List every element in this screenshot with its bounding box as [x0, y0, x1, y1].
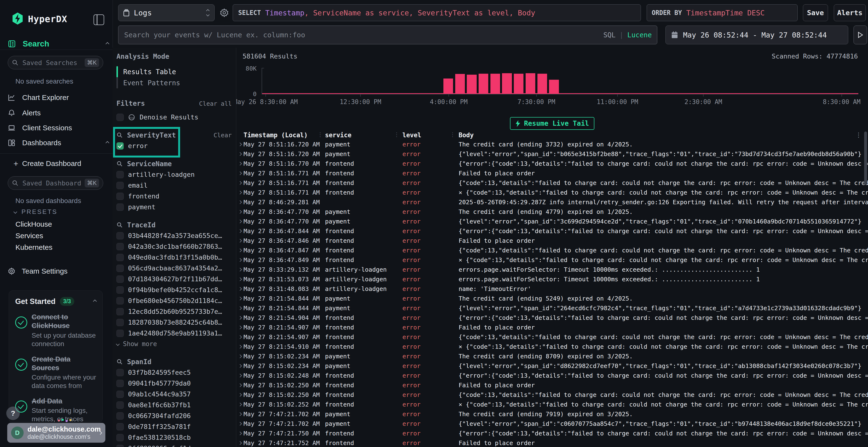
row-expander[interactable] — [236, 326, 244, 329]
query-language-toggle[interactable]: SQL | Lucene — [603, 31, 652, 39]
checkbox[interactable] — [117, 193, 124, 200]
sidebar-item-team-settings[interactable]: Team Settings — [8, 266, 67, 276]
row-expander[interactable] — [236, 413, 244, 415]
table-row[interactable]: May 27 8:36:47.770 AMpaymenterrorThe cre… — [236, 207, 868, 216]
table-row[interactable]: May 27 8:21:54.844 AMpaymenterrorThe cre… — [236, 294, 868, 303]
filter-item-spanid[interactable]: 03f7b824595feec5 — [117, 367, 232, 378]
row-expander[interactable] — [236, 297, 244, 300]
filter-item-severity[interactable]: error — [117, 140, 232, 151]
filter-item-traceid[interactable]: 042a30c3dc1baf660b27863… — [117, 241, 232, 252]
filter-item-spanid[interactable]: 0c0667304fafd206 — [117, 410, 232, 421]
tab-results-table[interactable]: Results Table — [117, 66, 232, 77]
search-icon[interactable] — [117, 132, 123, 138]
filter-item-traceid[interactable]: 056cd9acbaac8637a4354a2… — [117, 263, 232, 274]
row-expander[interactable] — [236, 432, 244, 435]
chevron-up-icon[interactable] — [105, 42, 110, 46]
column-resize-handle[interactable]: ⋮ — [394, 131, 399, 138]
checkbox[interactable] — [117, 171, 124, 178]
chart-bar[interactable] — [443, 78, 453, 94]
checkbox[interactable] — [117, 286, 124, 294]
get-started-item[interactable]: Connect to ClickHouseSet up your databas… — [15, 313, 96, 348]
checkbox[interactable] — [117, 319, 124, 326]
chart-bar[interactable] — [455, 74, 465, 94]
clear-severity-button[interactable]: Clear — [214, 132, 232, 139]
filter-item-traceid[interactable]: 12ec8dd52b60b9525733b7e… — [117, 306, 232, 317]
filter-item-service[interactable]: email — [117, 180, 232, 191]
row-expander[interactable] — [236, 442, 244, 444]
table-row[interactable]: May 27 8:15:02.248 AMfrontenderror{"erro… — [236, 371, 868, 380]
search-input[interactable] — [124, 31, 598, 39]
checkbox[interactable] — [117, 308, 124, 315]
filter-item-traceid[interactable]: 18287038b73e882425c64b8… — [117, 317, 232, 328]
table-row[interactable]: May 27 8:51:16.771 AMfrontenderror{"code… — [236, 178, 868, 187]
denoise-results-toggle[interactable]: Denoise Results — [117, 112, 232, 123]
checkbox[interactable] — [117, 114, 124, 121]
saved-dashboards-search[interactable]: ⌘K — [8, 176, 103, 190]
preset-kubernetes[interactable]: Kubernetes — [16, 243, 52, 251]
saved-dashboards-input[interactable] — [22, 179, 81, 187]
table-row[interactable]: May 27 8:51:16.720 AMpaymenterror{"level… — [236, 149, 868, 159]
filter-item-spanid[interactable]: 09ab1c4544c9a357 — [117, 389, 232, 400]
resume-live-tail-button[interactable]: Resume Live Tail — [510, 117, 594, 130]
user-menu[interactable]: D dale@clickhouse.com dale@clickhouse.co… — [7, 423, 105, 443]
row-expander[interactable] — [236, 268, 244, 271]
filter-item-spanid[interactable]: 09041fb457779da0 — [117, 378, 232, 389]
orderby-input[interactable]: ORDER BY TimestampTime DESC — [647, 4, 798, 21]
show-more-traceid[interactable]: Show more — [117, 339, 232, 349]
column-resize-handle[interactable]: ⋮ — [450, 131, 455, 138]
table-row[interactable]: May 27 8:15:02.250 AMfrontenderror{"code… — [236, 390, 868, 400]
help-button[interactable]: ? — [6, 407, 20, 420]
checkbox[interactable] — [117, 204, 124, 211]
sidebar-collapse-icon[interactable] — [94, 14, 104, 25]
chart-bar[interactable] — [467, 75, 476, 94]
chevron-up-icon[interactable] — [105, 141, 110, 145]
row-expander[interactable] — [236, 278, 244, 281]
select-clause-input[interactable]: SELECT Timestamp , ServiceName as servic… — [233, 4, 641, 21]
checkbox[interactable] — [117, 402, 124, 409]
chart-bar[interactable] — [549, 80, 559, 94]
row-expander[interactable] — [236, 393, 244, 396]
table-row[interactable]: May 27 8:31:48.083 AMartillery-loadgener… — [236, 284, 868, 294]
preset-services[interactable]: Services — [16, 232, 43, 240]
row-expander[interactable] — [236, 287, 244, 290]
filter-item-traceid[interactable]: 1ae42480d758e9ab91193a1… — [117, 328, 232, 339]
table-row[interactable]: May 27 8:36:47.770 AMpaymenterror{"level… — [236, 216, 868, 226]
table-options-icon[interactable]: ⋮ — [856, 131, 862, 138]
filter-item-service[interactable]: artillery-loadgen — [117, 169, 232, 180]
source-settings-button[interactable] — [218, 7, 230, 19]
row-expander[interactable] — [236, 230, 244, 232]
source-select[interactable]: Logs — [118, 4, 215, 21]
filter-item-traceid[interactable]: 0fbe680eb456750b2d1184c… — [117, 295, 232, 306]
table-row[interactable]: May 27 8:21:54.904 AMfrontenderror{"erro… — [236, 313, 868, 322]
table-row[interactable]: May 27 7:47:21.750 AMfrontenderror{"erro… — [236, 428, 868, 438]
chart-bar[interactable] — [502, 73, 512, 94]
clear-all-filters-button[interactable]: Clear all — [199, 100, 232, 107]
checkbox[interactable] — [117, 445, 124, 447]
checkbox[interactable] — [117, 232, 124, 239]
table-row[interactable]: May 27 8:36:47.849 AMfrontenderror× {"co… — [236, 255, 868, 265]
row-expander[interactable] — [236, 259, 244, 261]
table-row[interactable]: May 27 8:21:54.910 AMfrontenderror× {"co… — [236, 342, 868, 351]
table-row[interactable]: May 27 7:47:21.702 AMpaymenterror{"level… — [236, 419, 868, 428]
filter-item-traceid[interactable]: 03b44828f42a3573ea655ce… — [117, 230, 232, 241]
table-row[interactable]: May 27 8:36:47.846 AMfrontenderrorFailed… — [236, 236, 868, 245]
table-row[interactable]: May 27 8:15:02.234 AMpaymenterrorThe cre… — [236, 351, 868, 361]
chart-bar[interactable] — [490, 74, 500, 94]
search-icon[interactable] — [117, 222, 123, 228]
table-row[interactable]: May 27 8:51:16.771 AMfrontenderror× {"co… — [236, 187, 868, 197]
sidebar-item-client-sessions[interactable]: Client Sessions — [8, 123, 109, 133]
row-expander[interactable] — [236, 336, 244, 338]
row-expander[interactable] — [236, 143, 244, 146]
row-expander[interactable] — [236, 365, 244, 367]
row-expander[interactable] — [236, 153, 244, 156]
filter-item-service[interactable]: frontend — [117, 191, 232, 202]
table-row[interactable]: May 27 8:21:54.907 AMfrontenderrorFailed… — [236, 322, 868, 332]
table-row[interactable]: May 27 8:15:02.252 AMfrontenderror× {"co… — [236, 400, 868, 409]
lucene-search-bar[interactable]: SQL | Lucene — [118, 26, 657, 44]
get-started-item[interactable]: Add DataStart sending logs, metrics, or … — [15, 397, 96, 423]
save-button[interactable]: Save — [803, 4, 828, 21]
table-row[interactable]: May 27 8:21:54.907 AMfrontenderror{"code… — [236, 332, 868, 342]
row-expander[interactable] — [236, 201, 244, 204]
filter-item-service[interactable]: payment — [117, 202, 232, 212]
sidebar-item-search[interactable]: Search — [8, 38, 109, 49]
